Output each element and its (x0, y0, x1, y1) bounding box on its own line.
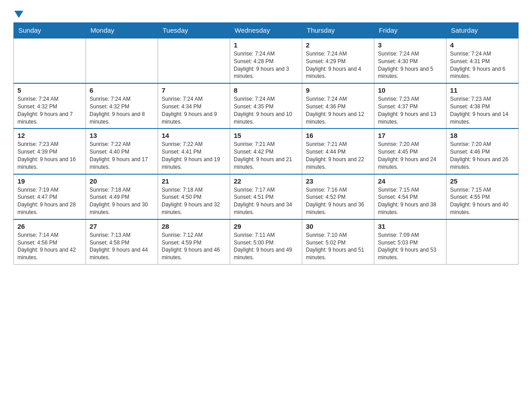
calendar-day-cell: 23Sunrise: 7:16 AM Sunset: 4:52 PM Dayli… (302, 174, 374, 219)
day-number: 7 (162, 86, 226, 94)
calendar-day-cell: 17Sunrise: 7:20 AM Sunset: 4:45 PM Dayli… (374, 128, 446, 174)
day-info: Sunrise: 7:20 AM Sunset: 4:46 PM Dayligh… (450, 141, 515, 171)
calendar-day-cell: 20Sunrise: 7:18 AM Sunset: 4:49 PM Dayli… (86, 174, 158, 219)
day-of-week-header: Saturday (446, 23, 519, 39)
calendar-day-cell: 10Sunrise: 7:23 AM Sunset: 4:37 PM Dayli… (374, 83, 446, 128)
day-number: 18 (450, 132, 515, 139)
day-info: Sunrise: 7:24 AM Sunset: 4:31 PM Dayligh… (450, 50, 515, 80)
day-number: 16 (306, 132, 370, 139)
calendar-day-cell: 16Sunrise: 7:21 AM Sunset: 4:44 PM Dayli… (302, 128, 374, 174)
day-number: 10 (378, 86, 442, 94)
calendar-day-cell: 13Sunrise: 7:22 AM Sunset: 4:40 PM Dayli… (86, 128, 158, 174)
day-number: 30 (306, 223, 370, 230)
day-number: 17 (378, 132, 442, 139)
calendar-day-cell: 7Sunrise: 7:24 AM Sunset: 4:34 PM Daylig… (158, 83, 230, 128)
calendar-day-cell: 11Sunrise: 7:23 AM Sunset: 4:38 PM Dayli… (446, 83, 519, 128)
day-number: 5 (17, 86, 82, 94)
day-number: 28 (162, 223, 226, 230)
day-info: Sunrise: 7:18 AM Sunset: 4:49 PM Dayligh… (90, 186, 154, 216)
day-info: Sunrise: 7:11 AM Sunset: 5:00 PM Dayligh… (234, 231, 298, 261)
calendar-day-cell: 22Sunrise: 7:17 AM Sunset: 4:51 PM Dayli… (230, 174, 302, 219)
logo (13, 9, 23, 18)
day-number: 8 (234, 86, 298, 94)
calendar-day-cell: 18Sunrise: 7:20 AM Sunset: 4:46 PM Dayli… (446, 128, 519, 174)
day-number: 15 (234, 132, 298, 139)
calendar-day-cell (86, 38, 158, 83)
calendar-day-cell: 1Sunrise: 7:24 AM Sunset: 4:28 PM Daylig… (230, 38, 302, 83)
calendar-day-cell: 26Sunrise: 7:14 AM Sunset: 4:56 PM Dayli… (14, 219, 86, 265)
day-info: Sunrise: 7:24 AM Sunset: 4:32 PM Dayligh… (17, 95, 82, 125)
logo-triangle-icon (14, 11, 23, 18)
day-of-week-header: Sunday (14, 23, 86, 39)
day-info: Sunrise: 7:21 AM Sunset: 4:44 PM Dayligh… (306, 141, 370, 171)
calendar-day-cell: 8Sunrise: 7:24 AM Sunset: 4:35 PM Daylig… (230, 83, 302, 128)
day-info: Sunrise: 7:23 AM Sunset: 4:39 PM Dayligh… (17, 141, 82, 171)
day-info: Sunrise: 7:18 AM Sunset: 4:50 PM Dayligh… (162, 186, 226, 216)
day-info: Sunrise: 7:16 AM Sunset: 4:52 PM Dayligh… (306, 186, 370, 216)
calendar-day-cell: 15Sunrise: 7:21 AM Sunset: 4:42 PM Dayli… (230, 128, 302, 174)
day-info: Sunrise: 7:14 AM Sunset: 4:56 PM Dayligh… (17, 231, 82, 261)
day-info: Sunrise: 7:19 AM Sunset: 4:47 PM Dayligh… (17, 186, 82, 216)
calendar-day-cell (158, 38, 230, 83)
day-number: 12 (17, 132, 82, 139)
calendar-day-cell: 9Sunrise: 7:24 AM Sunset: 4:36 PM Daylig… (302, 83, 374, 128)
calendar-header-row: SundayMondayTuesdayWednesdayThursdayFrid… (14, 23, 519, 39)
day-info: Sunrise: 7:17 AM Sunset: 4:51 PM Dayligh… (234, 186, 298, 216)
calendar-day-cell: 25Sunrise: 7:15 AM Sunset: 4:55 PM Dayli… (446, 174, 519, 219)
calendar-day-cell: 2Sunrise: 7:24 AM Sunset: 4:29 PM Daylig… (302, 38, 374, 83)
calendar-day-cell: 3Sunrise: 7:24 AM Sunset: 4:30 PM Daylig… (374, 38, 446, 83)
day-number: 25 (450, 177, 515, 185)
day-info: Sunrise: 7:23 AM Sunset: 4:37 PM Dayligh… (378, 95, 442, 125)
calendar-day-cell: 29Sunrise: 7:11 AM Sunset: 5:00 PM Dayli… (230, 219, 302, 265)
day-number: 26 (17, 223, 82, 230)
day-number: 27 (90, 223, 154, 230)
day-of-week-header: Tuesday (158, 23, 230, 39)
day-number: 19 (17, 177, 82, 185)
day-number: 29 (234, 223, 298, 230)
day-info: Sunrise: 7:09 AM Sunset: 5:03 PM Dayligh… (378, 231, 442, 261)
calendar-day-cell: 28Sunrise: 7:12 AM Sunset: 4:59 PM Dayli… (158, 219, 230, 265)
calendar-table: SundayMondayTuesdayWednesdayThursdayFrid… (13, 22, 519, 265)
day-info: Sunrise: 7:15 AM Sunset: 4:55 PM Dayligh… (450, 186, 515, 216)
day-info: Sunrise: 7:22 AM Sunset: 4:40 PM Dayligh… (90, 141, 154, 171)
day-info: Sunrise: 7:24 AM Sunset: 4:34 PM Dayligh… (162, 95, 226, 125)
day-number: 11 (450, 86, 515, 94)
calendar-week-row: 26Sunrise: 7:14 AM Sunset: 4:56 PM Dayli… (14, 219, 519, 265)
day-number: 6 (90, 86, 154, 94)
calendar-day-cell: 27Sunrise: 7:13 AM Sunset: 4:58 PM Dayli… (86, 219, 158, 265)
page-header (13, 9, 519, 18)
day-number: 13 (90, 132, 154, 139)
day-of-week-header: Wednesday (230, 23, 302, 39)
calendar-week-row: 1Sunrise: 7:24 AM Sunset: 4:28 PM Daylig… (14, 38, 519, 83)
calendar-day-cell: 5Sunrise: 7:24 AM Sunset: 4:32 PM Daylig… (14, 83, 86, 128)
day-info: Sunrise: 7:12 AM Sunset: 4:59 PM Dayligh… (162, 231, 226, 261)
day-of-week-header: Friday (374, 23, 446, 39)
day-info: Sunrise: 7:24 AM Sunset: 4:28 PM Dayligh… (234, 50, 298, 80)
day-info: Sunrise: 7:20 AM Sunset: 4:45 PM Dayligh… (378, 141, 442, 171)
calendar-day-cell: 21Sunrise: 7:18 AM Sunset: 4:50 PM Dayli… (158, 174, 230, 219)
calendar-week-row: 5Sunrise: 7:24 AM Sunset: 4:32 PM Daylig… (14, 83, 519, 128)
calendar-day-cell: 24Sunrise: 7:15 AM Sunset: 4:54 PM Dayli… (374, 174, 446, 219)
day-number: 21 (162, 177, 226, 185)
day-number: 23 (306, 177, 370, 185)
day-number: 31 (378, 223, 442, 230)
day-number: 22 (234, 177, 298, 185)
day-info: Sunrise: 7:13 AM Sunset: 4:58 PM Dayligh… (90, 231, 154, 261)
calendar-week-row: 12Sunrise: 7:23 AM Sunset: 4:39 PM Dayli… (14, 128, 519, 174)
day-number: 9 (306, 86, 370, 94)
calendar-day-cell: 14Sunrise: 7:22 AM Sunset: 4:41 PM Dayli… (158, 128, 230, 174)
calendar-day-cell: 30Sunrise: 7:10 AM Sunset: 5:02 PM Dayli… (302, 219, 374, 265)
day-number: 3 (378, 41, 442, 49)
day-info: Sunrise: 7:22 AM Sunset: 4:41 PM Dayligh… (162, 141, 226, 171)
calendar-day-cell: 19Sunrise: 7:19 AM Sunset: 4:47 PM Dayli… (14, 174, 86, 219)
day-info: Sunrise: 7:24 AM Sunset: 4:32 PM Dayligh… (90, 95, 154, 125)
day-info: Sunrise: 7:23 AM Sunset: 4:38 PM Dayligh… (450, 95, 515, 125)
calendar-day-cell: 4Sunrise: 7:24 AM Sunset: 4:31 PM Daylig… (446, 38, 519, 83)
day-number: 4 (450, 41, 515, 49)
calendar-week-row: 19Sunrise: 7:19 AM Sunset: 4:47 PM Dayli… (14, 174, 519, 219)
calendar-day-cell: 12Sunrise: 7:23 AM Sunset: 4:39 PM Dayli… (14, 128, 86, 174)
day-number: 14 (162, 132, 226, 139)
day-of-week-header: Thursday (302, 23, 374, 39)
day-number: 1 (234, 41, 298, 49)
day-of-week-header: Monday (86, 23, 158, 39)
